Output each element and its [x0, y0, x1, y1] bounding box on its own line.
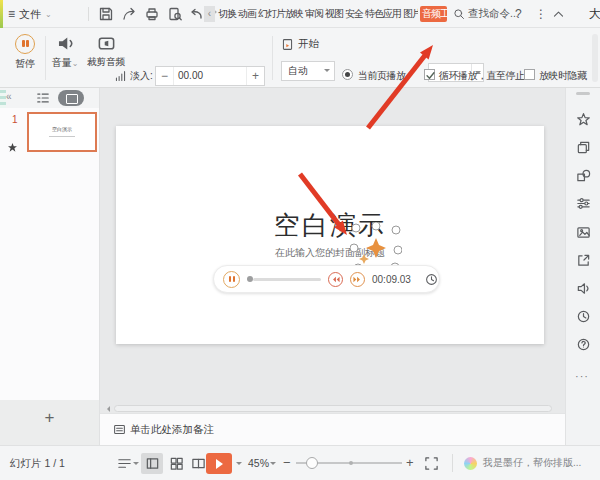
player-pause-button[interactable] [223, 271, 240, 288]
collapse-panel-button[interactable]: « [6, 91, 12, 102]
smart-beautify-icon[interactable] [576, 112, 591, 127]
audio-speaker-star-icon [366, 238, 386, 258]
minus-button[interactable]: − [156, 69, 173, 83]
share-export-icon[interactable] [576, 253, 591, 268]
play-current-page-label[interactable]: 当前页播放 [358, 69, 406, 83]
zoom-level[interactable]: 45% [248, 446, 269, 480]
plus-button[interactable]: + [247, 69, 264, 83]
tab-audio-tools-active[interactable]: 音频工具 [420, 6, 447, 22]
slide-1-thumbnail[interactable]: 空白演示 [27, 112, 97, 152]
volume-button[interactable]: 音量⌄ [48, 34, 82, 70]
chevron-down-icon: ⌄ [72, 59, 79, 68]
slides-panel: « 1 空白演示 + [0, 88, 100, 445]
tab-security[interactable]: 安全 [344, 7, 364, 21]
slide-canvas[interactable]: 空白演示 在此输入您的封面副标题 00:09.03 [116, 126, 544, 344]
start-mode-dropdown[interactable]: 自动 [281, 61, 335, 81]
trim-audio-icon [97, 34, 116, 53]
zoom-out-button[interactable]: − [283, 446, 291, 480]
fade-in-label: 淡入: [130, 69, 153, 83]
zoom-in-button[interactable]: + [406, 446, 414, 480]
loop-playback-checkbox[interactable] [424, 69, 435, 80]
more-tools-icon[interactable]: ··· [575, 370, 589, 382]
hide-during-show-checkbox[interactable] [524, 69, 535, 80]
start-mode-value: 自动 [288, 65, 308, 76]
chevron-down-icon[interactable] [236, 462, 242, 468]
scrollbar-thumb[interactable] [114, 405, 552, 412]
audio-tools-ribbon: 暂停 音量⌄ 裁剪音频 淡入: − 00.00 + 淡出: − 00.00 + [0, 28, 600, 88]
tab-slideshow[interactable]: 幻灯片放映 [257, 7, 304, 21]
loop-playback-label[interactable]: 循环播放，直至停止 [439, 69, 525, 83]
fade-in-icon [114, 70, 127, 83]
animation-star-icon[interactable] [7, 142, 18, 153]
title-bar: ≡ 文件 ⌄ ‹ 切换 动画 幻灯片放映 审阅 视图 安全 特色应用 图片工具 … [0, 0, 600, 28]
pause-button[interactable]: 暂停 [8, 34, 42, 71]
reading-view-button[interactable] [191, 456, 206, 471]
ribbon-scrollbar[interactable] [592, 34, 598, 82]
pause-label: 暂停 [8, 57, 42, 71]
undo-button[interactable] [188, 6, 204, 22]
scroll-left-arrow-icon[interactable] [104, 406, 110, 412]
shapes-icon[interactable] [576, 168, 591, 183]
history-icon[interactable] [576, 309, 591, 324]
normal-view-button[interactable] [141, 453, 163, 474]
hide-during-show-label[interactable]: 放映时隐藏 [539, 69, 587, 83]
notes-placeholder[interactable]: 单击此处添加备注 [130, 414, 214, 445]
start-label: 开始 [298, 37, 319, 51]
slide-subtitle[interactable]: 在此输入您的封面副标题 [116, 246, 544, 260]
speaker-icon [56, 34, 75, 53]
fade-in-stepper[interactable]: − 00.00 + [155, 66, 265, 86]
countdown-clock-icon[interactable] [425, 273, 438, 286]
fast-forward-button[interactable] [350, 272, 365, 287]
fit-to-window-button[interactable] [424, 456, 439, 471]
tab-transitions[interactable]: 切换 [217, 7, 237, 21]
background-image-icon[interactable] [576, 225, 591, 240]
help-icon[interactable] [576, 337, 591, 352]
sidebar-drag-handle[interactable] [576, 92, 590, 95]
find-command-label: 查找命令... [468, 7, 519, 21]
ai-assistant-message[interactable]: 我是墨仔，帮你排版... [483, 446, 581, 480]
notes-icon [113, 423, 126, 436]
slide-title[interactable]: 空白演示 [116, 208, 544, 243]
more-menu-button[interactable]: ⋮ [535, 7, 547, 21]
file-menu-button[interactable]: ≡ 文件 ⌄ [8, 5, 52, 23]
notes-toggle-button[interactable] [117, 456, 132, 471]
save-button[interactable] [98, 6, 114, 22]
fade-in-value[interactable]: 00.00 [173, 67, 247, 85]
chevron-down-icon[interactable] [270, 462, 276, 468]
collapse-ribbon-button[interactable] [552, 8, 565, 21]
slide-number: 1 [12, 114, 18, 125]
player-progress-slider[interactable] [247, 275, 321, 283]
slide-sorter-view-button[interactable] [169, 456, 184, 471]
add-slide-button[interactable]: + [0, 408, 99, 428]
animation-settings-icon[interactable] [576, 196, 591, 211]
trim-audio-button[interactable]: 裁剪音频 [84, 34, 128, 69]
ribbon-tab-strip: ‹ 切换 动画 幻灯片放映 审阅 视图 安全 特色应用 图片工具 [204, 0, 418, 28]
play-slideshow-button[interactable] [206, 453, 232, 474]
outline-view-button[interactable] [36, 91, 50, 105]
find-command-button[interactable]: 查找命令... [453, 7, 519, 21]
print-preview-button[interactable] [167, 6, 183, 22]
zoom-slider-handle[interactable] [306, 457, 318, 469]
play-current-page-radio[interactable] [342, 69, 353, 80]
tab-scroll-left-button[interactable]: ‹ [204, 6, 215, 22]
tab-view[interactable]: 视图 [324, 7, 344, 21]
tab-review[interactable]: 审阅 [304, 7, 324, 21]
audio-panel-icon[interactable] [576, 281, 591, 296]
search-icon [453, 8, 465, 20]
horizontal-scrollbar[interactable] [102, 405, 558, 413]
print-button[interactable] [144, 6, 160, 22]
notes-bar[interactable]: 单击此处添加备注 [100, 413, 565, 445]
tab-special-features[interactable]: 特色应用 [364, 7, 402, 21]
tab-picture-tools[interactable]: 图片工具 [402, 7, 418, 21]
slides-panel-header: « [0, 88, 99, 108]
start-icon [281, 38, 294, 51]
ai-assistant-icon[interactable] [464, 457, 477, 470]
output-convert-button[interactable] [121, 6, 137, 22]
file-menu-label: 文件 [19, 7, 41, 22]
rewind-button[interactable] [328, 272, 343, 287]
slide-view-toggle[interactable] [58, 90, 84, 106]
layers-icon[interactable] [576, 140, 591, 155]
tab-animation[interactable]: 动画 [237, 7, 257, 21]
help-button[interactable]: ? [515, 7, 522, 21]
volume-label: 音量 [52, 57, 72, 68]
